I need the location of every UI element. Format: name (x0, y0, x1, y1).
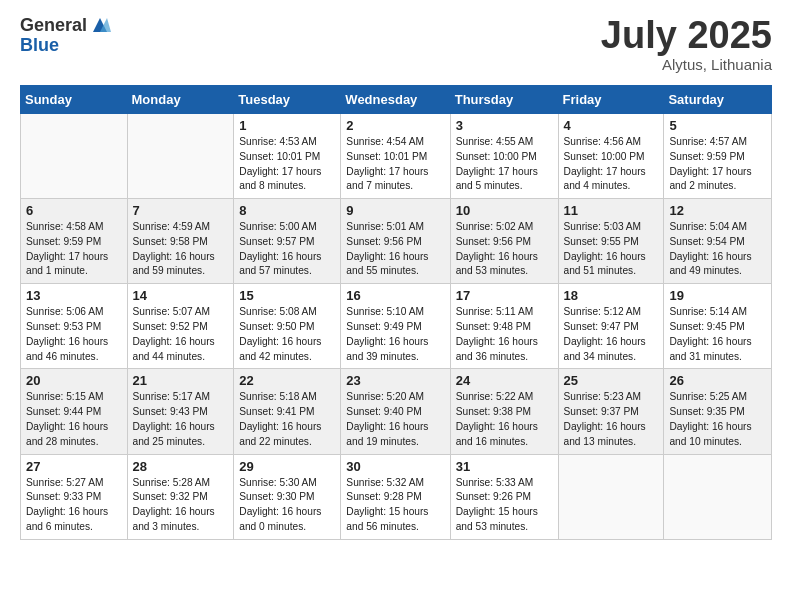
calendar-week-row: 20Sunrise: 5:15 AM Sunset: 9:44 PM Dayli… (21, 369, 772, 454)
table-row (558, 454, 664, 539)
day-number: 2 (346, 118, 444, 133)
day-number: 23 (346, 373, 444, 388)
day-info: Sunrise: 4:56 AM Sunset: 10:00 PM Daylig… (564, 135, 659, 194)
table-row: 30Sunrise: 5:32 AM Sunset: 9:28 PM Dayli… (341, 454, 450, 539)
day-number: 18 (564, 288, 659, 303)
table-row: 6Sunrise: 4:58 AM Sunset: 9:59 PM Daylig… (21, 199, 128, 284)
subtitle: Alytus, Lithuania (601, 56, 772, 73)
table-row: 16Sunrise: 5:10 AM Sunset: 9:49 PM Dayli… (341, 284, 450, 369)
day-info: Sunrise: 5:11 AM Sunset: 9:48 PM Dayligh… (456, 305, 553, 364)
day-number: 24 (456, 373, 553, 388)
calendar-week-row: 6Sunrise: 4:58 AM Sunset: 9:59 PM Daylig… (21, 199, 772, 284)
col-sunday: Sunday (21, 86, 128, 114)
table-row: 27Sunrise: 5:27 AM Sunset: 9:33 PM Dayli… (21, 454, 128, 539)
col-saturday: Saturday (664, 86, 772, 114)
day-info: Sunrise: 4:58 AM Sunset: 9:59 PM Dayligh… (26, 220, 122, 279)
month-title: July 2025 (601, 16, 772, 54)
day-info: Sunrise: 5:04 AM Sunset: 9:54 PM Dayligh… (669, 220, 766, 279)
table-row: 31Sunrise: 5:33 AM Sunset: 9:26 PM Dayli… (450, 454, 558, 539)
day-number: 16 (346, 288, 444, 303)
table-row: 22Sunrise: 5:18 AM Sunset: 9:41 PM Dayli… (234, 369, 341, 454)
day-info: Sunrise: 5:20 AM Sunset: 9:40 PM Dayligh… (346, 390, 444, 449)
table-row: 28Sunrise: 5:28 AM Sunset: 9:32 PM Dayli… (127, 454, 234, 539)
page: General Blue July 2025 Alytus, Lithuania… (0, 0, 792, 560)
table-row: 3Sunrise: 4:55 AM Sunset: 10:00 PM Dayli… (450, 114, 558, 199)
logo-blue: Blue (20, 36, 111, 56)
day-number: 21 (133, 373, 229, 388)
day-info: Sunrise: 5:30 AM Sunset: 9:30 PM Dayligh… (239, 476, 335, 535)
day-info: Sunrise: 5:18 AM Sunset: 9:41 PM Dayligh… (239, 390, 335, 449)
col-monday: Monday (127, 86, 234, 114)
day-number: 27 (26, 459, 122, 474)
day-number: 10 (456, 203, 553, 218)
table-row: 15Sunrise: 5:08 AM Sunset: 9:50 PM Dayli… (234, 284, 341, 369)
day-number: 6 (26, 203, 122, 218)
table-row: 12Sunrise: 5:04 AM Sunset: 9:54 PM Dayli… (664, 199, 772, 284)
day-info: Sunrise: 5:06 AM Sunset: 9:53 PM Dayligh… (26, 305, 122, 364)
day-number: 8 (239, 203, 335, 218)
calendar-week-row: 13Sunrise: 5:06 AM Sunset: 9:53 PM Dayli… (21, 284, 772, 369)
day-number: 1 (239, 118, 335, 133)
table-row: 26Sunrise: 5:25 AM Sunset: 9:35 PM Dayli… (664, 369, 772, 454)
day-info: Sunrise: 5:08 AM Sunset: 9:50 PM Dayligh… (239, 305, 335, 364)
day-info: Sunrise: 5:23 AM Sunset: 9:37 PM Dayligh… (564, 390, 659, 449)
day-number: 11 (564, 203, 659, 218)
table-row (664, 454, 772, 539)
day-number: 31 (456, 459, 553, 474)
table-row: 14Sunrise: 5:07 AM Sunset: 9:52 PM Dayli… (127, 284, 234, 369)
table-row: 21Sunrise: 5:17 AM Sunset: 9:43 PM Dayli… (127, 369, 234, 454)
day-info: Sunrise: 5:33 AM Sunset: 9:26 PM Dayligh… (456, 476, 553, 535)
day-info: Sunrise: 5:00 AM Sunset: 9:57 PM Dayligh… (239, 220, 335, 279)
logo-general: General (20, 16, 87, 36)
day-number: 19 (669, 288, 766, 303)
day-number: 29 (239, 459, 335, 474)
table-row: 29Sunrise: 5:30 AM Sunset: 9:30 PM Dayli… (234, 454, 341, 539)
header: General Blue July 2025 Alytus, Lithuania (20, 16, 772, 73)
day-info: Sunrise: 4:55 AM Sunset: 10:00 PM Daylig… (456, 135, 553, 194)
table-row: 9Sunrise: 5:01 AM Sunset: 9:56 PM Daylig… (341, 199, 450, 284)
calendar-week-row: 27Sunrise: 5:27 AM Sunset: 9:33 PM Dayli… (21, 454, 772, 539)
col-friday: Friday (558, 86, 664, 114)
table-row: 24Sunrise: 5:22 AM Sunset: 9:38 PM Dayli… (450, 369, 558, 454)
day-info: Sunrise: 5:02 AM Sunset: 9:56 PM Dayligh… (456, 220, 553, 279)
day-info: Sunrise: 4:59 AM Sunset: 9:58 PM Dayligh… (133, 220, 229, 279)
day-number: 5 (669, 118, 766, 133)
table-row: 8Sunrise: 5:00 AM Sunset: 9:57 PM Daylig… (234, 199, 341, 284)
day-info: Sunrise: 5:17 AM Sunset: 9:43 PM Dayligh… (133, 390, 229, 449)
day-info: Sunrise: 5:28 AM Sunset: 9:32 PM Dayligh… (133, 476, 229, 535)
logo-text: General Blue (20, 16, 111, 56)
day-info: Sunrise: 5:27 AM Sunset: 9:33 PM Dayligh… (26, 476, 122, 535)
day-number: 22 (239, 373, 335, 388)
day-number: 20 (26, 373, 122, 388)
calendar-table: Sunday Monday Tuesday Wednesday Thursday… (20, 85, 772, 540)
day-info: Sunrise: 5:03 AM Sunset: 9:55 PM Dayligh… (564, 220, 659, 279)
day-info: Sunrise: 5:10 AM Sunset: 9:49 PM Dayligh… (346, 305, 444, 364)
table-row (21, 114, 128, 199)
table-row: 7Sunrise: 4:59 AM Sunset: 9:58 PM Daylig… (127, 199, 234, 284)
table-row: 18Sunrise: 5:12 AM Sunset: 9:47 PM Dayli… (558, 284, 664, 369)
day-number: 15 (239, 288, 335, 303)
day-number: 14 (133, 288, 229, 303)
day-number: 25 (564, 373, 659, 388)
table-row: 20Sunrise: 5:15 AM Sunset: 9:44 PM Dayli… (21, 369, 128, 454)
col-wednesday: Wednesday (341, 86, 450, 114)
day-number: 17 (456, 288, 553, 303)
day-number: 28 (133, 459, 229, 474)
table-row: 5Sunrise: 4:57 AM Sunset: 9:59 PM Daylig… (664, 114, 772, 199)
calendar-week-row: 1Sunrise: 4:53 AM Sunset: 10:01 PM Dayli… (21, 114, 772, 199)
col-thursday: Thursday (450, 86, 558, 114)
table-row: 19Sunrise: 5:14 AM Sunset: 9:45 PM Dayli… (664, 284, 772, 369)
day-number: 13 (26, 288, 122, 303)
logo: General Blue (20, 16, 111, 56)
day-info: Sunrise: 5:25 AM Sunset: 9:35 PM Dayligh… (669, 390, 766, 449)
title-block: July 2025 Alytus, Lithuania (601, 16, 772, 73)
col-tuesday: Tuesday (234, 86, 341, 114)
day-number: 3 (456, 118, 553, 133)
day-info: Sunrise: 5:12 AM Sunset: 9:47 PM Dayligh… (564, 305, 659, 364)
day-info: Sunrise: 4:54 AM Sunset: 10:01 PM Daylig… (346, 135, 444, 194)
day-number: 30 (346, 459, 444, 474)
table-row: 2Sunrise: 4:54 AM Sunset: 10:01 PM Dayli… (341, 114, 450, 199)
day-info: Sunrise: 4:57 AM Sunset: 9:59 PM Dayligh… (669, 135, 766, 194)
day-number: 9 (346, 203, 444, 218)
day-info: Sunrise: 5:22 AM Sunset: 9:38 PM Dayligh… (456, 390, 553, 449)
